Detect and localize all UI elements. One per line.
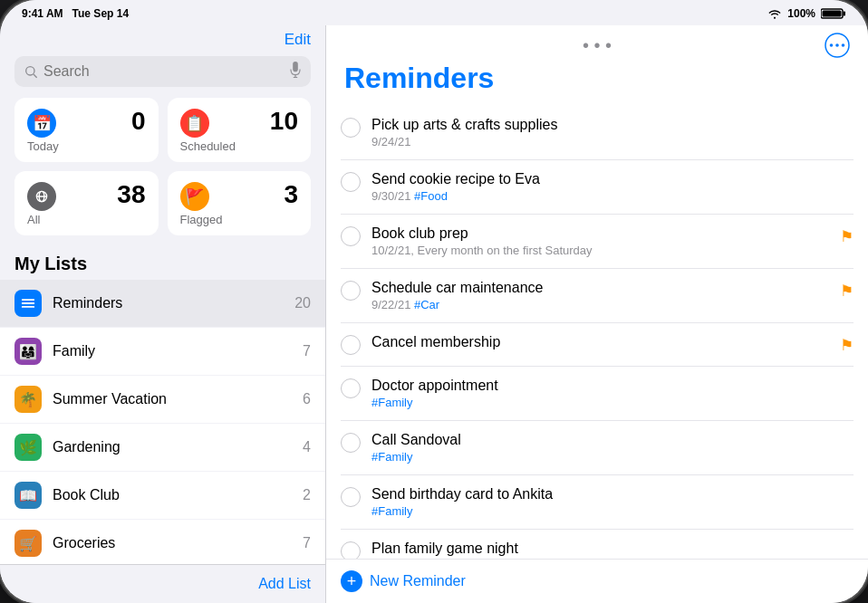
reminder-check-9[interactable] (341, 541, 361, 559)
smart-list-scheduled[interactable]: 📋 10 Scheduled (168, 98, 312, 162)
reminder-item-1: Pick up arts & crafts supplies 9/24/21 (341, 106, 854, 160)
reminder-check-1[interactable] (341, 118, 361, 138)
reminder-title-4: Schedule car maintenance (371, 280, 829, 296)
reminder-title-6: Doctor appointment (371, 378, 854, 394)
reminder-content-8: Send birthday card to Ankita #Family (371, 486, 854, 518)
reminder-title-7: Call Sandoval (371, 432, 854, 448)
svg-point-16 (835, 43, 839, 47)
reminder-title-1: Pick up arts & crafts supplies (371, 117, 854, 133)
reminder-title-2: Send cookie recipe to Eva (371, 171, 854, 187)
device: 9:41 AM Tue Sep 14 100% Edit (0, 0, 868, 603)
scheduled-count: 10 (270, 109, 298, 134)
main-header: • • • (326, 25, 868, 58)
reminder-content-4: Schedule car maintenance 9/22/21 #Car (371, 280, 829, 311)
reminder-item-6: Doctor appointment #Family (341, 367, 854, 421)
today-count: 0 (131, 109, 146, 134)
reminders-list-count: 20 (294, 295, 311, 311)
reminders-list-name: Reminders (53, 295, 284, 311)
new-reminder-label: New Reminder (370, 573, 466, 589)
sidebar-item-summer-vacation[interactable]: 🌴 Summer Vacation 6 (0, 376, 325, 424)
svg-rect-1 (844, 12, 846, 16)
gardening-list-count: 4 (303, 439, 311, 455)
main-footer: + New Reminder (326, 559, 868, 603)
status-time-date: 9:41 AM Tue Sep 14 (22, 7, 129, 20)
tag-family-8: #Family (371, 504, 413, 518)
gardening-list-icon: 🌿 (14, 434, 42, 461)
family-list-name: Family (53, 343, 292, 359)
reminder-subtitle-2: 9/30/21 #Food (371, 189, 854, 203)
search-bar[interactable] (14, 56, 311, 87)
reminder-check-2[interactable] (341, 172, 361, 192)
tag-family-7: #Family (371, 450, 413, 464)
search-input[interactable] (43, 63, 284, 80)
summer-vacation-list-name: Summer Vacation (53, 391, 292, 407)
smart-list-flagged[interactable]: 🚩 3 Flagged (168, 171, 312, 235)
edit-button[interactable]: Edit (285, 31, 311, 49)
more-options-icon (825, 33, 850, 58)
reminder-check-7[interactable] (341, 433, 361, 453)
reminder-content-2: Send cookie recipe to Eva 9/30/21 #Food (371, 171, 854, 203)
sidebar-item-groceries[interactable]: 🛒 Groceries 7 (0, 520, 325, 564)
search-icon (24, 64, 38, 79)
reminder-check-3[interactable] (341, 226, 361, 246)
reminder-check-6[interactable] (341, 378, 361, 398)
reminder-item-2: Send cookie recipe to Eva 9/30/21 #Food (341, 160, 854, 215)
status-bar: 9:41 AM Tue Sep 14 100% (0, 0, 868, 25)
dots-menu: • • • (513, 35, 681, 56)
reminder-content-9: Plan family game night #Family (371, 541, 854, 559)
reminder-item-7: Call Sandoval #Family (341, 421, 854, 475)
reminder-subtitle-8: #Family (371, 504, 854, 518)
date: Tue Sep 14 (72, 7, 129, 20)
more-options-button[interactable] (825, 33, 850, 58)
summer-vacation-list-icon: 🌴 (14, 386, 42, 413)
reminder-check-4[interactable] (341, 281, 361, 301)
smart-list-all[interactable]: 38 All (14, 171, 159, 235)
sidebar-item-family[interactable]: 👨‍👩‍👧 Family 7 (0, 328, 325, 376)
new-reminder-icon: + (341, 570, 362, 592)
sidebar-item-book-club[interactable]: 📖 Book Club 2 (0, 472, 325, 520)
reminder-item-3: Book club prep 10/2/21, Every month on t… (341, 215, 854, 269)
reminder-content-7: Call Sandoval #Family (371, 432, 854, 464)
reminder-subtitle-4: 9/22/21 #Car (371, 298, 829, 311)
groceries-list-count: 7 (303, 535, 311, 551)
reminders-title: Reminders (326, 58, 868, 106)
flagged-count: 3 (284, 182, 298, 207)
all-label: All (27, 213, 146, 226)
main-content: Edit (0, 25, 868, 603)
sidebar-bottom: Add List (0, 564, 325, 603)
family-list-count: 7 (303, 343, 311, 359)
reminder-subtitle-7: #Family (371, 450, 854, 464)
smart-list-today[interactable]: 📅 0 Today (14, 98, 159, 162)
tag-food: #Food (414, 189, 448, 203)
book-club-list-icon: 📖 (14, 482, 42, 509)
all-count: 38 (117, 182, 145, 207)
scheduled-icon: 📋 (180, 109, 209, 138)
book-club-list-name: Book Club (53, 487, 292, 503)
time: 9:41 AM (22, 7, 63, 20)
tag-car: #Car (414, 298, 439, 311)
family-list-icon: 👨‍👩‍👧 (14, 338, 42, 365)
sidebar-item-gardening[interactable]: 🌿 Gardening 4 (0, 424, 325, 472)
reminder-item-5: Cancel membership ⚑ (341, 323, 854, 367)
reminder-check-8[interactable] (341, 487, 361, 507)
svg-point-3 (26, 67, 34, 75)
all-icon (27, 182, 56, 211)
add-list-button[interactable]: Add List (258, 576, 311, 592)
svg-point-15 (830, 43, 834, 47)
reminder-content-3: Book club prep 10/2/21, Every month on t… (371, 225, 829, 257)
sidebar-item-reminders[interactable]: Reminders 20 (0, 280, 325, 328)
summer-vacation-list-count: 6 (303, 391, 311, 407)
new-reminder-button[interactable]: + New Reminder (341, 570, 466, 592)
wifi-icon (767, 8, 782, 19)
reminder-title-9: Plan family game night (371, 541, 854, 557)
svg-line-4 (34, 74, 37, 78)
groceries-list-icon: 🛒 (14, 530, 42, 557)
groceries-list-name: Groceries (53, 535, 292, 551)
list-items: Reminders 20 👨‍👩‍👧 Family 7 🌴 Summer Vac… (0, 280, 325, 564)
battery-text: 100% (787, 7, 815, 20)
svg-rect-5 (293, 62, 298, 72)
reminder-content-1: Pick up arts & crafts supplies 9/24/21 (371, 117, 854, 148)
mic-icon (289, 62, 302, 81)
my-lists-header: My Lists (0, 250, 325, 280)
reminder-check-5[interactable] (341, 335, 361, 355)
